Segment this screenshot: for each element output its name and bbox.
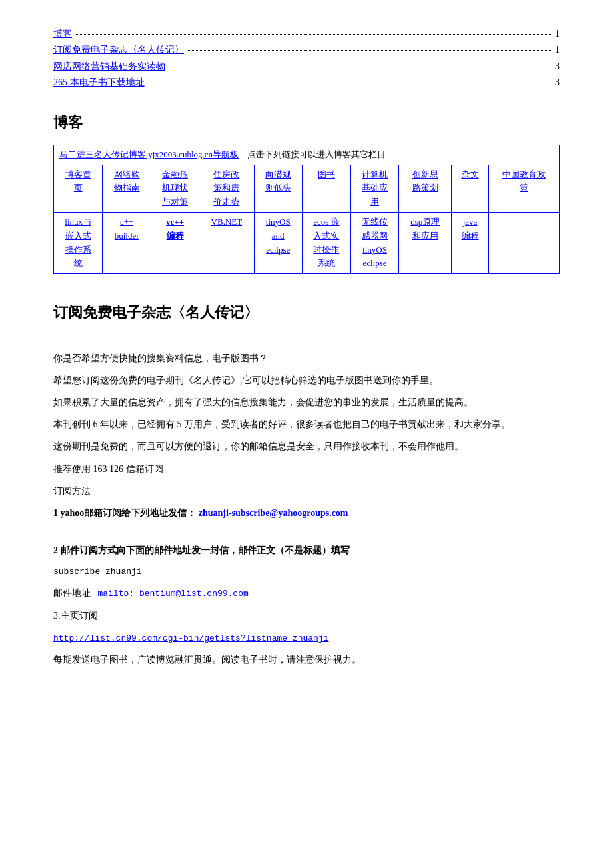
nav-cell-杂文: 杂文	[452, 165, 489, 212]
para-5: 这份期刊是免费的，而且可以方便的退订，你的邮箱信息是安全，只用作接收本刊，不会用…	[53, 438, 560, 455]
nav-cell-金融危机: 金融危机现状与对策	[151, 165, 199, 212]
table-of-contents: 博客 1 订阅免费电子杂志〈名人传记〉 1 网店网络营销基础务实读物 3 265…	[53, 27, 560, 91]
toc-page-4: 3	[555, 75, 560, 90]
nav-link-杂文[interactable]: 杂文	[462, 169, 479, 179]
nav-cell-中国教育政策: 中国教育政策	[488, 165, 559, 212]
para-2: 希望您订阅这份免费的电子期刊《名人传记》,它可以把精心筛选的电子版图书送到你的手…	[53, 372, 560, 389]
nav-cell-创新思路: 创新思路策划	[399, 165, 452, 212]
para-6: 推荐使用 163 126 信箱订阅	[53, 461, 560, 477]
toc-dots-3	[168, 58, 552, 67]
nav-link-vbnet[interactable]: VB.NET	[211, 217, 243, 227]
nav-link-向潜规则[interactable]: 向潜规则低头	[265, 169, 291, 193]
toc-dots-2	[187, 41, 552, 51]
toc-link-4[interactable]: 265 本电子书下载地址	[53, 75, 145, 90]
method2-addr-label: 邮件地址	[53, 588, 91, 598]
nav-cell-empty	[488, 212, 559, 273]
nav-link-tinyos[interactable]: tinyOSandeclipse	[266, 217, 291, 255]
toc-item-2: 订阅免费电子杂志〈名人传记〉 1	[53, 43, 560, 57]
method1-line: 1 yahoo邮箱订阅给下列地址发信： zhuanji-subscribe@ya…	[53, 505, 560, 521]
nav-link-创新思路[interactable]: 创新思路策划	[412, 169, 438, 193]
para-3: 如果积累了大量的信息资产，拥有了强大的信息搜集能力，会促进您的事业的发展，生活质…	[53, 394, 560, 411]
method2-addr-line: 邮件地址 mailto: bentium@list.cn99.com	[53, 585, 560, 601]
method3-url-link[interactable]: http://list.cn99.com/cgi-bin/getlsts?lis…	[53, 633, 328, 643]
toc-page-2: 1	[555, 43, 560, 57]
toc-item-3: 网店网络营销基础务实读物 3	[53, 59, 560, 74]
toc-link-2[interactable]: 订阅免费电子杂志〈名人传记〉	[53, 43, 184, 57]
method3-label: 3.主页订阅	[53, 607, 560, 624]
nav-cell-博客首页: 博客首页	[54, 165, 103, 212]
nav-link-金融危机[interactable]: 金融危机现状与对策	[162, 169, 188, 207]
nav-header-text: 点击下列链接可以进入博客其它栏目	[241, 149, 386, 159]
nav-cell-vbnet: VB.NET	[199, 212, 254, 273]
toc-dots-4	[147, 74, 553, 83]
nav-link-wireless[interactable]: 无线传感器网tinyOSeclipse	[362, 217, 388, 268]
nav-link-dsp[interactable]: dsp原理和应用	[410, 217, 440, 241]
section2: 订阅免费电子杂志〈名人传记〉 你是否希望方便快捷的搜集资料信息，电子版图书？ 希…	[53, 301, 560, 668]
section2-title: 订阅免费电子杂志〈名人传记〉	[53, 301, 560, 324]
nav-cell-linux: linux与嵌入式操作系统	[54, 212, 103, 273]
section1-title: 博客	[53, 111, 560, 134]
nav-cell-cpp: c++builder	[103, 212, 151, 273]
nav-cell-wireless: 无线传感器网tinyOSeclipse	[350, 212, 398, 273]
nav-link-住房政策[interactable]: 住房政策和房价走势	[213, 169, 239, 207]
method2-addr-link[interactable]: mailto: bentium@list.cn99.com	[98, 589, 249, 599]
nav-link-java[interactable]: java编程	[462, 217, 479, 241]
toc-page-1: 1	[555, 27, 560, 41]
nav-link-cpp[interactable]: c++builder	[115, 217, 139, 241]
nav-link-中国教育政策[interactable]: 中国教育政策	[502, 169, 546, 193]
section1: 博客 马二进三名人传记博客 yjx2003.cublog.cn导航板 点击下列链…	[53, 111, 560, 275]
nav-cell-网络购物指南: 网络购物指南	[103, 165, 151, 212]
nav-cell-vcpp: vc++编程	[151, 212, 199, 273]
nav-cell-java: java编程	[452, 212, 489, 273]
nav-row-1: 博客首页 网络购物指南 金融危机现状与对策 住房政策和房价走势 向潜规则低头 图…	[54, 165, 560, 212]
nav-cell-向潜规则: 向潜规则低头	[254, 165, 302, 212]
nav-link-ecos[interactable]: ecos 嵌入式实时操作系统	[313, 217, 339, 268]
nav-header-row: 马二进三名人传记博客 yjx2003.cublog.cn导航板 点击下列链接可以…	[54, 145, 560, 165]
toc-link-3[interactable]: 网店网络营销基础务实读物	[53, 59, 165, 74]
toc-dots-1	[75, 25, 552, 35]
para-4: 本刊创刊 6 年以来，已经拥有 5 万用户，受到读者的好评，很多读者也把自己的电…	[53, 416, 560, 433]
method3-url-line: http://list.cn99.com/cgi-bin/getlsts?lis…	[53, 629, 560, 646]
toc-item-1: 博客 1	[53, 27, 560, 41]
toc-page-3: 3	[555, 59, 560, 74]
nav-cell-图书: 图书	[302, 165, 350, 212]
method1-label: 1 yahoo邮箱订阅给下列地址发信：	[53, 508, 196, 518]
footer-text: 每期发送电子图书，广读博览融汇贯通。阅读电子书时，请注意保护视力。	[53, 651, 560, 668]
toc-link-1[interactable]: 博客	[53, 27, 72, 41]
nav-cell-dsp: dsp原理和应用	[399, 212, 452, 273]
nav-link-计算机[interactable]: 计算机基础应用	[362, 169, 388, 207]
nav-cell-ecos: ecos 嵌入式实时操作系统	[302, 212, 350, 273]
method2-code: subscribe zhuanji	[53, 564, 560, 579]
nav-link-图书[interactable]: 图书	[318, 169, 335, 179]
nav-link-linux[interactable]: linux与嵌入式操作系统	[65, 217, 91, 268]
nav-cell-住房政策: 住房政策和房价走势	[199, 165, 254, 212]
toc-item-4: 265 本电子书下载地址 3	[53, 75, 560, 90]
nav-header-link[interactable]: 马二进三名人传记博客 yjx2003.cublog.cn导航板	[59, 149, 239, 159]
nav-link-博客首页[interactable]: 博客首页	[65, 169, 91, 193]
nav-link-vcpp[interactable]: vc++编程	[166, 217, 184, 241]
para-1: 你是否希望方便快捷的搜集资料信息，电子版图书？	[53, 350, 560, 367]
nav-table: 马二进三名人传记博客 yjx2003.cublog.cn导航板 点击下列链接可以…	[53, 145, 560, 274]
nav-row-2: linux与嵌入式操作系统 c++builder vc++编程 VB.NET t…	[54, 212, 560, 273]
nav-cell-tinyos: tinyOSandeclipse	[254, 212, 302, 273]
para-7: 订阅方法	[53, 483, 560, 499]
method1-email-link[interactable]: zhuanji-subscribe@yahoogroups.com	[199, 508, 348, 518]
method2-label: 2 邮件订阅方式向下面的邮件地址发一封信，邮件正文（不是标题）填写	[53, 545, 350, 555]
nav-link-网络购物指南[interactable]: 网络购物指南	[114, 169, 140, 193]
nav-cell-计算机: 计算机基础应用	[350, 165, 398, 212]
nav-header-cell: 马二进三名人传记博客 yjx2003.cublog.cn导航板 点击下列链接可以…	[54, 145, 560, 165]
method2-line: 2 邮件订阅方式向下面的邮件地址发一封信，邮件正文（不是标题）填写	[53, 542, 560, 559]
